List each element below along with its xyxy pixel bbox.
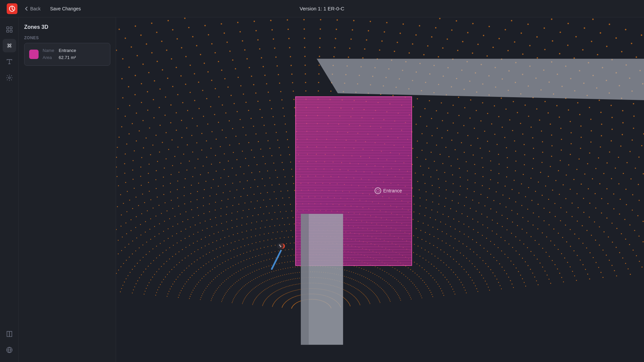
- zone-name-key: Name: [43, 47, 57, 54]
- sidebar-item-text[interactable]: [3, 55, 16, 68]
- point-cloud-canvas: [116, 17, 644, 362]
- back-label: Back: [30, 6, 41, 11]
- svg-rect-2: [10, 27, 12, 29]
- sidebar-item-book[interactable]: [3, 327, 16, 341]
- zone-color-swatch: [29, 50, 39, 59]
- zones-panel: Zones 3D Zones Name Entrance Area 62.71 …: [19, 17, 116, 362]
- zone-card-entrance[interactable]: Name Entrance Area 62.71 m²: [24, 43, 110, 66]
- topbar: Back Save Changes Version 1: 1 ER-0-C: [0, 0, 644, 17]
- app-logo[interactable]: [7, 3, 17, 14]
- icon-sidebar: [0, 17, 19, 362]
- zone-area-value: 62.71 m²: [59, 54, 76, 61]
- 3d-viewport[interactable]: Entrance: [116, 17, 644, 362]
- zones-section-label: Zones: [24, 36, 110, 40]
- sidebar-item-layers[interactable]: [3, 23, 16, 36]
- save-changes-button[interactable]: Save Changes: [47, 5, 84, 13]
- zone-area-key: Area: [43, 54, 57, 61]
- svg-rect-1: [6, 27, 8, 29]
- zone-name-value: Entrance: [59, 47, 76, 54]
- zone-info: Name Entrance Area 62.71 m²: [43, 47, 105, 61]
- sidebar-item-settings[interactable]: [3, 71, 16, 84]
- svg-rect-4: [10, 30, 12, 32]
- zone-name-row: Name Entrance: [43, 47, 105, 54]
- sidebar-item-zones[interactable]: [3, 39, 16, 52]
- topbar-left: Back Save Changes: [7, 3, 84, 14]
- zone-area-row: Area 62.71 m²: [43, 54, 105, 61]
- back-button[interactable]: Back: [21, 5, 43, 13]
- main-content: Zones 3D Zones Name Entrance Area 62.71 …: [0, 17, 644, 362]
- sidebar-item-globe[interactable]: [3, 343, 16, 357]
- svg-point-9: [8, 45, 10, 47]
- svg-point-10: [8, 77, 10, 79]
- page-title: Version 1: 1 ER-0-C: [300, 6, 344, 11]
- save-label: Save Changes: [50, 6, 81, 11]
- svg-rect-3: [6, 30, 8, 32]
- zones-panel-title: Zones 3D: [24, 24, 110, 30]
